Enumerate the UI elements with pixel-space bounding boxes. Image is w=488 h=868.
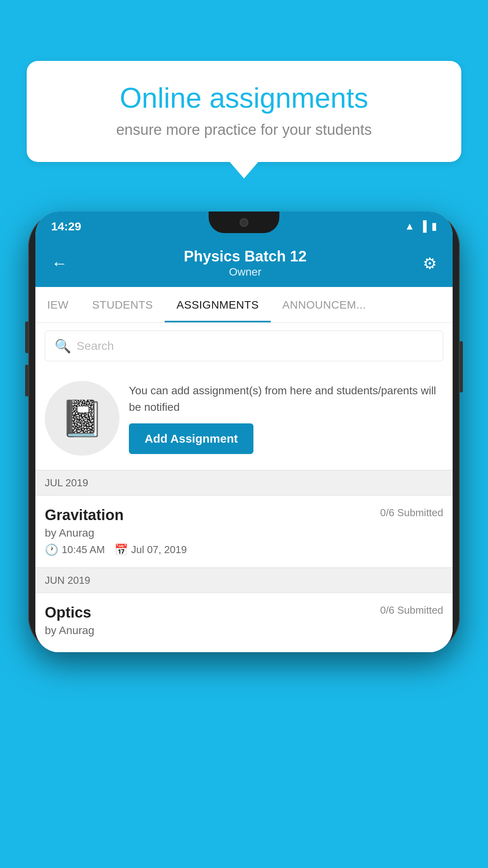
tab-students[interactable]: STUDENTS <box>80 287 165 322</box>
signal-icon: ▐ <box>420 220 427 232</box>
header-title: Physics Batch 12 <box>184 248 307 265</box>
time-value-gravitation: 10:45 AM <box>62 544 105 556</box>
search-container: 🔍 Search <box>35 323 453 369</box>
notebook-icon: 📓 <box>60 398 104 439</box>
tab-iew[interactable]: IEW <box>35 287 80 322</box>
search-icon: 🔍 <box>55 338 71 354</box>
wifi-icon: ▲ <box>405 220 415 232</box>
phone-outer: 14:29 ▲ ▐ ▮ ← Physics Batch 12 Owner ⚙ <box>28 211 460 652</box>
assignment-item-gravitation[interactable]: Gravitation 0/6 Submitted by Anurag 🕐 10… <box>35 496 453 568</box>
promo-icon-circle: 📓 <box>45 381 119 456</box>
camera-dot <box>240 218 248 227</box>
back-button[interactable]: ← <box>51 254 68 273</box>
assignment-date-gravitation: 📅 Jul 07, 2019 <box>114 543 187 556</box>
tabs-container: IEW STUDENTS ASSIGNMENTS ANNOUNCEM... <box>35 287 453 323</box>
promo-description: You can add assignment(s) from here and … <box>129 383 443 416</box>
status-icons: ▲ ▐ ▮ <box>405 220 437 232</box>
tab-assignments[interactable]: ASSIGNMENTS <box>165 287 270 322</box>
assignment-meta-gravitation: 🕐 10:45 AM 📅 Jul 07, 2019 <box>45 543 443 556</box>
bubble-title: Online assignments <box>50 83 438 114</box>
assignment-header-optics: Optics 0/6 Submitted <box>45 604 443 621</box>
assignment-title-optics: Optics <box>45 604 91 621</box>
assignment-header: Gravitation 0/6 Submitted <box>45 507 443 524</box>
search-bar[interactable]: 🔍 Search <box>45 331 443 361</box>
volume-down-button <box>25 365 28 396</box>
assignment-time-gravitation: 🕐 10:45 AM <box>45 543 105 556</box>
search-placeholder: Search <box>77 339 114 353</box>
speech-bubble-container: Online assignments ensure more practice … <box>27 61 461 162</box>
promo-section: 📓 You can add assignment(s) from here an… <box>35 369 453 470</box>
power-button <box>460 341 463 392</box>
battery-icon: ▮ <box>431 220 437 232</box>
status-time: 14:29 <box>51 220 81 233</box>
phone-screen: 14:29 ▲ ▐ ▮ ← Physics Batch 12 Owner ⚙ <box>35 211 453 652</box>
add-assignment-button[interactable]: Add Assignment <box>129 423 253 454</box>
clock-icon: 🕐 <box>45 543 59 556</box>
phone-wrapper: 14:29 ▲ ▐ ▮ ← Physics Batch 12 Owner ⚙ <box>28 204 460 868</box>
header-title-container: Physics Batch 12 Owner <box>184 248 307 278</box>
tab-announcements[interactable]: ANNOUNCEM... <box>271 287 378 322</box>
app-header: ← Physics Batch 12 Owner ⚙ <box>35 241 453 287</box>
month-separator-jun: JUN 2019 <box>35 568 453 593</box>
assignment-submitted-optics: 0/6 Submitted <box>380 604 443 616</box>
calendar-icon: 📅 <box>114 543 128 556</box>
assignment-title-gravitation: Gravitation <box>45 507 124 524</box>
notch <box>209 211 279 233</box>
screen-content: 🔍 Search 📓 You can add assignment(s) fro… <box>35 323 453 652</box>
month-separator-jul: JUL 2019 <box>35 470 453 496</box>
volume-up-button <box>25 322 28 353</box>
promo-content: You can add assignment(s) from here and … <box>129 383 443 454</box>
header-subtitle: Owner <box>184 266 307 278</box>
assignment-submitted-gravitation: 0/6 Submitted <box>380 507 443 519</box>
assignment-author-optics: by Anurag <box>45 624 443 637</box>
status-bar: 14:29 ▲ ▐ ▮ <box>35 211 453 241</box>
speech-bubble: Online assignments ensure more practice … <box>27 61 461 162</box>
settings-icon[interactable]: ⚙ <box>423 254 437 272</box>
date-value-gravitation: Jul 07, 2019 <box>131 544 187 556</box>
assignment-author-gravitation: by Anurag <box>45 527 443 539</box>
assignment-item-optics[interactable]: Optics 0/6 Submitted by Anurag <box>35 593 453 652</box>
bubble-subtitle: ensure more practice for your students <box>50 121 438 138</box>
